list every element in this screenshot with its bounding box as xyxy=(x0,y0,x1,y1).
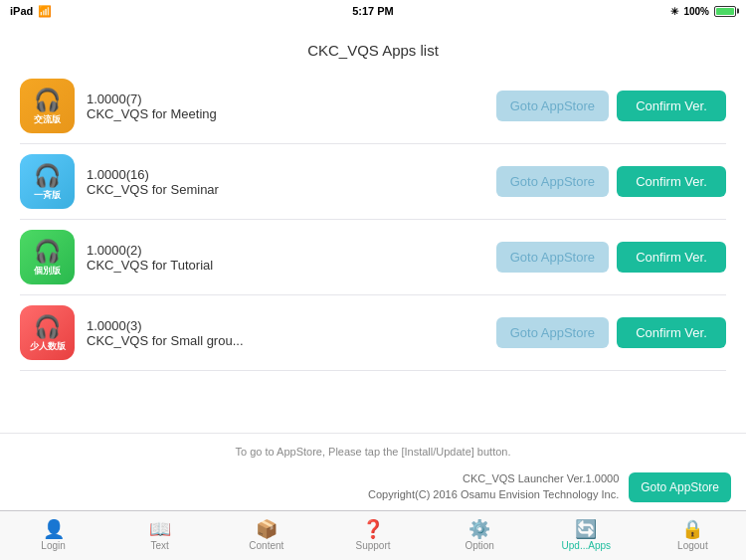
app-version-meeting: 1.0000(7) xyxy=(87,92,496,106)
app-actions-small: Goto AppStore Confirm Ver. xyxy=(496,317,726,348)
tab-support[interactable]: ❓ Support xyxy=(319,511,426,560)
tab-login[interactable]: 👤 Login xyxy=(0,511,106,560)
app-name-seminar: CKC_VQS for Seminar xyxy=(87,182,496,197)
confirm-ver-button-small[interactable]: Confirm Ver. xyxy=(617,317,726,348)
app-row-meeting: 🎧 交流版 1.0000(7) CKC_VQS for Meeting Goto… xyxy=(20,69,726,144)
tab-label-logout: Logout xyxy=(677,540,708,551)
tab-icon-option: ⚙️ xyxy=(468,520,490,538)
bottom-line2: Copyright(C) 2016 Osamu Envision Technol… xyxy=(15,487,619,502)
app-list: 🎧 交流版 1.0000(7) CKC_VQS for Meeting Goto… xyxy=(0,69,746,433)
app-info-meeting: 1.0000(7) CKC_VQS for Meeting xyxy=(87,92,496,121)
app-name-meeting: CKC_VQS for Meeting xyxy=(87,106,496,121)
app-actions-meeting: Goto AppStore Confirm Ver. xyxy=(496,91,726,121)
bottom-info-bar: CKC_VQS Launcher Ver.1.0000 Copyright(C)… xyxy=(0,464,746,510)
app-row-seminar: 🎧 一斉版 1.0000(16) CKC_VQS for Seminar Got… xyxy=(20,144,726,220)
app-icon-label-meeting: 交流版 xyxy=(34,115,61,125)
battery-percent: 100% xyxy=(683,6,709,17)
goto-appstore-button-seminar[interactable]: Goto AppStore xyxy=(496,166,609,197)
app-row-small: 🎧 少人数版 1.0000(3) CKC_VQS for Small grou.… xyxy=(20,295,726,371)
headset-icon-meeting: 🎧 xyxy=(34,88,61,113)
status-bar: iPad 📶 5:17 PM ✳ 100% xyxy=(0,0,746,22)
tab-icon-content: 📦 xyxy=(256,520,278,538)
main-content: CKC_VQS Apps list 🎧 交流版 1.0000(7) CKC_VQ… xyxy=(0,22,746,510)
confirm-ver-button-tutorial[interactable]: Confirm Ver. xyxy=(617,242,726,273)
goto-appstore-button-small[interactable]: Goto AppStore xyxy=(496,317,609,348)
tab-icon-login: 👤 xyxy=(43,520,65,538)
tab-icon-text: 📖 xyxy=(149,520,171,538)
tab-option[interactable]: ⚙️ Option xyxy=(427,511,533,560)
app-icon-label-tutorial: 個別版 xyxy=(34,267,61,277)
app-icon-meeting: 🎧 交流版 xyxy=(20,79,75,133)
app-icon-seminar: 🎧 一斉版 xyxy=(20,154,75,209)
wifi-icon: 📶 xyxy=(38,5,52,18)
app-icon-label-small: 少人数版 xyxy=(30,342,66,352)
app-info-small: 1.0000(3) CKC_VQS for Small grou... xyxy=(87,318,496,348)
bluetooth-icon: ✳ xyxy=(670,6,678,17)
battery-fill xyxy=(716,8,734,15)
confirm-ver-button-seminar[interactable]: Confirm Ver. xyxy=(617,166,726,197)
app-version-tutorial: 1.0000(2) xyxy=(87,243,496,258)
footer-note: To go to AppStore, Please tap the [Insta… xyxy=(0,433,746,464)
tab-icon-logout: 🔒 xyxy=(681,520,703,538)
bottom-goto-appstore-button[interactable]: Goto AppStore xyxy=(629,472,731,502)
tab-icon-updapps: 🔄 xyxy=(575,520,597,538)
app-icon-small: 🎧 少人数版 xyxy=(20,305,75,360)
app-icon-tutorial: 🎧 個別版 xyxy=(20,230,75,284)
tab-updapps[interactable]: 🔄 Upd...Apps xyxy=(533,511,640,560)
status-right: ✳ 100% xyxy=(670,6,736,17)
app-version-small: 1.0000(3) xyxy=(87,318,496,333)
app-name-small: CKC_VQS for Small grou... xyxy=(87,333,496,348)
battery-box xyxy=(714,6,736,17)
app-actions-seminar: Goto AppStore Confirm Ver. xyxy=(496,166,726,197)
tab-icon-support: ❓ xyxy=(362,520,384,538)
headset-icon-small: 🎧 xyxy=(34,314,61,340)
bottom-info-text: CKC_VQS Launcher Ver.1.0000 Copyright(C)… xyxy=(15,471,619,502)
app-info-tutorial: 1.0000(2) CKC_VQS for Tutorial xyxy=(87,243,496,273)
status-time: 5:17 PM xyxy=(352,5,394,17)
tab-label-login: Login xyxy=(41,540,65,551)
ipad-label: iPad xyxy=(10,5,33,17)
status-left: iPad 📶 xyxy=(10,5,52,18)
tab-bar: 👤 Login 📖 Text 📦 Content ❓ Support ⚙️ Op… xyxy=(0,510,746,560)
tab-content[interactable]: 📦 Content xyxy=(213,511,319,560)
app-actions-tutorial: Goto AppStore Confirm Ver. xyxy=(496,242,726,273)
app-row-tutorial: 🎧 個別版 1.0000(2) CKC_VQS for Tutorial Got… xyxy=(20,220,726,295)
headset-icon-tutorial: 🎧 xyxy=(34,239,61,265)
headset-icon-seminar: 🎧 xyxy=(34,163,61,189)
tab-logout[interactable]: 🔒 Logout xyxy=(640,511,746,560)
page-title: CKC_VQS Apps list xyxy=(0,22,746,69)
app-name-tutorial: CKC_VQS for Tutorial xyxy=(87,258,496,273)
app-info-seminar: 1.0000(16) CKC_VQS for Seminar xyxy=(87,167,496,197)
tab-label-content: Content xyxy=(249,540,283,551)
tab-label-support: Support xyxy=(355,540,390,551)
tab-label-text: Text xyxy=(151,540,169,551)
tab-label-option: Option xyxy=(465,540,493,551)
app-version-seminar: 1.0000(16) xyxy=(87,167,496,182)
bottom-line1: CKC_VQS Launcher Ver.1.0000 xyxy=(15,471,619,486)
goto-appstore-button-tutorial[interactable]: Goto AppStore xyxy=(496,242,609,273)
tab-text[interactable]: 📖 Text xyxy=(106,511,213,560)
tab-label-updapps: Upd...Apps xyxy=(562,540,611,551)
goto-appstore-button-meeting[interactable]: Goto AppStore xyxy=(496,91,609,121)
app-icon-label-seminar: 一斉版 xyxy=(34,191,61,201)
battery-container xyxy=(714,6,736,17)
confirm-ver-button-meeting[interactable]: Confirm Ver. xyxy=(617,91,726,121)
